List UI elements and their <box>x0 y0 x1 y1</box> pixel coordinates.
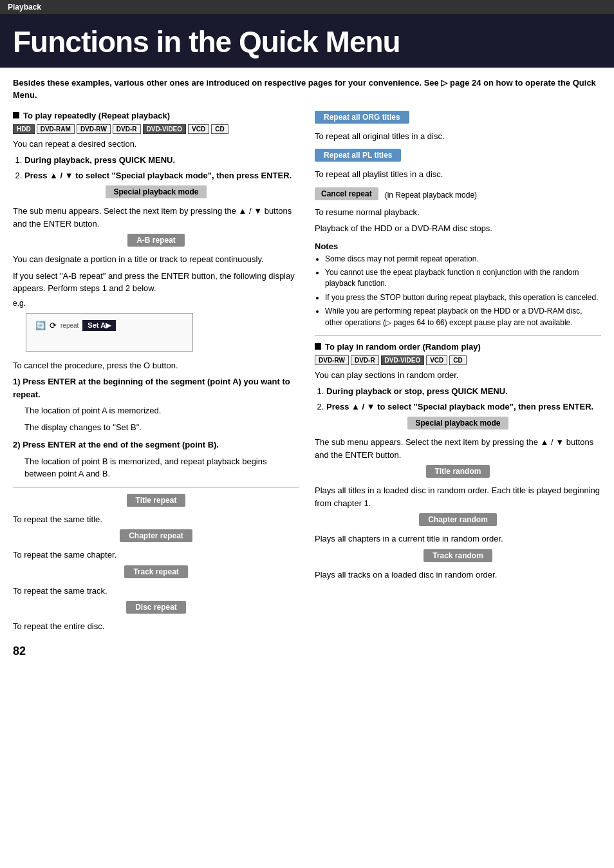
badge-dvdrw: DVD-RW <box>77 124 111 134</box>
title-section: Functions in the Quick Menu <box>0 14 614 68</box>
repeat-text-icon: repeat <box>60 322 79 329</box>
left-column: To play repeatedly (Repeat playback) HDD… <box>13 111 299 658</box>
track-repeat-wrap: Track repeat <box>13 565 299 581</box>
track-random-box: Track random <box>423 549 492 562</box>
top-bar-label: Playback <box>8 3 41 12</box>
repeat-steps: During playback, press QUICK MENU. Press… <box>13 154 299 182</box>
random-step1: During playback or stop, press QUICK MEN… <box>326 386 508 396</box>
notes-title: Notes <box>315 241 601 251</box>
press-enter-a-desc2: The display changes to "Set B". <box>13 421 299 434</box>
random-badge-dvdvideo: DVD-VIDEO <box>381 355 425 365</box>
press-enter-b-desc: The location of point B is memorized, an… <box>13 455 299 480</box>
press-enter-a-title: 1) Press ENTER at the beginning of the s… <box>13 375 299 401</box>
page-number: 82 <box>13 645 299 658</box>
random-square-icon <box>315 343 321 350</box>
repeat-all-org-box: Repeat all ORG titles <box>315 111 409 124</box>
main-content: Besides these examples, various other on… <box>0 68 614 671</box>
track-random-wrap: Track random <box>315 549 601 565</box>
top-bar: Playback <box>0 0 614 14</box>
clock-icon: ⟳ <box>50 321 57 330</box>
disc-repeat-wrap: Disc repeat <box>13 601 299 617</box>
chapter-repeat-desc: To repeat the same chapter. <box>13 549 299 561</box>
random-badge-dvdr: DVD-R <box>351 355 379 365</box>
random-badge-vcd: VCD <box>426 355 447 365</box>
repeat-all-org-desc: To repeat all original titles in a disc. <box>315 130 601 143</box>
note-item-2: You cannot use the epeat playback functi… <box>325 267 601 290</box>
track-random-desc: Plays all tracks on a loaded disc in ran… <box>315 569 601 581</box>
repeat-step2: Press ▲ / ▼ to select "Special playback … <box>24 171 292 180</box>
ab-desc1: You can designate a portion in a title o… <box>13 253 299 266</box>
repeat-all-pl-wrap: Repeat all PL titles <box>315 149 601 165</box>
badge-dvdram: DVD-RAM <box>37 124 75 134</box>
chapter-repeat-box: Chapter repeat <box>120 529 192 542</box>
cancel-repeat-row: Cancel repeat (in Repeat playback mode) <box>315 187 601 203</box>
badge-dvdr: DVD-R <box>113 124 141 134</box>
title-repeat-wrap: Title repeat <box>13 494 299 510</box>
ab-repeat-wrap: A-B repeat <box>13 234 299 250</box>
repeat-icon: 🔄 <box>35 321 46 330</box>
random-special-wrap: Special playback mode <box>315 417 601 433</box>
cancel-repeat-desc2: Playback of the HDD or a DVD-RAM disc st… <box>315 222 601 235</box>
eg-label: e.g. <box>13 299 299 308</box>
badge-cd: CD <box>211 124 228 134</box>
note-item-1: Some discs may not permit repeat operati… <box>325 254 601 265</box>
two-column-layout: To play repeatedly (Repeat playback) HDD… <box>13 111 601 658</box>
right-column: Repeat all ORG titles To repeat all orig… <box>315 111 601 585</box>
press-enter-b-title: 2) Press ENTER at the end of the segment… <box>13 439 299 451</box>
random-text: You can play sections in random order. <box>315 369 601 382</box>
random-section-title: To play in random order (Random play) <box>325 342 481 352</box>
eg-icons: 🔄 ⟳ repeat Set A▶ <box>35 320 183 331</box>
chapter-random-wrap: Chapter random <box>315 513 601 529</box>
chapter-random-box: Chapter random <box>419 513 497 526</box>
repeat-section-header: To play repeatedly (Repeat playback) <box>13 111 299 120</box>
badge-dvdvideo: DVD-VIDEO <box>143 124 187 134</box>
random-special-box: Special playback mode <box>407 417 508 429</box>
special-playback-desc: The sub menu appears. Select the next it… <box>13 205 299 230</box>
repeat-all-pl-desc: To repeat all playlist titles in a disc. <box>315 168 601 181</box>
repeat-all-pl-section: Repeat all PL titles To repeat all playl… <box>315 149 601 181</box>
special-playback-wrap: Special playback mode <box>13 185 299 202</box>
repeat-section-title: To play repeatedly (Repeat playback) <box>23 111 170 120</box>
repeat-badges: HDD DVD-RAM DVD-RW DVD-R DVD-VIDEO VCD C… <box>13 124 299 134</box>
random-special-desc: The sub menu appears. Select the next it… <box>315 436 601 461</box>
random-step2: Press ▲ / ▼ to select "Special playback … <box>326 402 593 411</box>
note-item-4: While you are performing repeat playback… <box>325 306 601 328</box>
title-random-box: Title random <box>426 465 490 478</box>
disc-repeat-box: Disc repeat <box>126 601 186 614</box>
random-badges: DVD-RW DVD-R DVD-VIDEO VCD CD <box>315 355 601 365</box>
ab-repeat-box: A-B repeat <box>127 234 185 247</box>
repeat-all-org-section: Repeat all ORG titles To repeat all orig… <box>315 111 601 143</box>
square-icon <box>13 112 19 118</box>
random-section-header: To play in random order (Random play) <box>315 342 601 352</box>
badge-vcd: VCD <box>188 124 209 134</box>
repeat-step1: During playback, press QUICK MENU. <box>24 155 175 165</box>
cancel-text: To cancel the procedure, press the O but… <box>13 359 299 372</box>
chapter-repeat-wrap: Chapter repeat <box>13 529 299 545</box>
random-steps: During playback or stop, press QUICK MEN… <box>315 385 601 413</box>
repeat-all-pl-box: Repeat all PL titles <box>315 149 401 162</box>
press-enter-a-desc1: The location of point A is memorized. <box>13 404 299 417</box>
ab-desc2: If you select "A-B repeat" and press the… <box>13 270 299 295</box>
cancel-repeat-section: Cancel repeat (in Repeat playback mode) … <box>315 187 601 235</box>
disc-repeat-desc: To repeat the entire disc. <box>13 620 299 633</box>
random-badge-dvdrw: DVD-RW <box>315 355 349 365</box>
set-a-badge: Set A▶ <box>82 320 116 331</box>
cancel-repeat-box: Cancel repeat <box>315 187 378 200</box>
intro-text: Besides these examples, various other on… <box>13 77 601 102</box>
cancel-repeat-desc1: To resume normal playback. <box>315 206 601 219</box>
eg-box: 🔄 ⟳ repeat Set A▶ <box>26 313 193 352</box>
track-repeat-desc: To repeat the same track. <box>13 585 299 598</box>
repeat-all-org-wrap: Repeat all ORG titles <box>315 111 601 127</box>
random-badge-cd: CD <box>449 355 466 365</box>
notes-list: Some discs may not permit repeat operati… <box>315 254 601 328</box>
notes-section: Notes Some discs may not permit repeat o… <box>315 241 601 328</box>
title-repeat-desc: To repeat the same title. <box>13 513 299 526</box>
title-random-desc: Plays all titles in a loaded disc in ran… <box>315 484 601 509</box>
title-random-wrap: Title random <box>315 465 601 481</box>
note-item-3: If you press the STOP button during repe… <box>325 292 601 303</box>
badge-hdd: HDD <box>13 124 35 134</box>
repeat-text1: You can repeat a desired section. <box>13 138 299 151</box>
title-repeat-box: Title repeat <box>127 494 186 507</box>
cancel-repeat-sub: (in Repeat playback mode) <box>385 191 477 200</box>
track-repeat-box: Track repeat <box>124 565 188 578</box>
